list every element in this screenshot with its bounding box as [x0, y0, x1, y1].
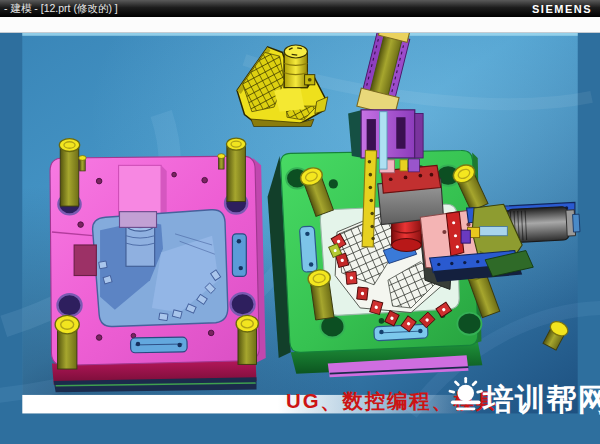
- guide-pillar-top-left[interactable]: [59, 139, 79, 207]
- guide-pillar-bottom-left[interactable]: [55, 315, 79, 369]
- siemens-logo: SIEMENS: [532, 3, 592, 15]
- cavity-insert[interactable]: [93, 210, 228, 327]
- watermark: 培训帮网: [450, 378, 600, 415]
- edge-slot-right: [232, 234, 246, 277]
- guide-pillar-bottom-right[interactable]: [236, 315, 258, 364]
- 3d-viewport[interactable]: UG、数控编程、模具 培训帮网: [0, 33, 600, 444]
- title-bar[interactable]: - 建模 - [12.prt (修改的) ] SIEMENS: [0, 0, 600, 17]
- core-slot-bottom: [374, 324, 428, 341]
- menu-band: [0, 17, 600, 33]
- side-pocket: [74, 245, 96, 276]
- application-window: - 建模 - [12.prt (修改的) ] SIEMENS: [0, 0, 600, 444]
- watermark-text: 培训帮网: [481, 382, 600, 416]
- edge-slot-bottom: [130, 337, 187, 353]
- core-slot-left: [299, 226, 317, 272]
- cavity-plate[interactable]: [50, 138, 266, 392]
- window-title: - 建模 - [12.prt (修改的) ]: [4, 2, 118, 16]
- viewport-top-highlight: [22, 33, 577, 36]
- ejector-rod: [380, 112, 387, 169]
- guide-pillar-top-right[interactable]: [226, 138, 245, 201]
